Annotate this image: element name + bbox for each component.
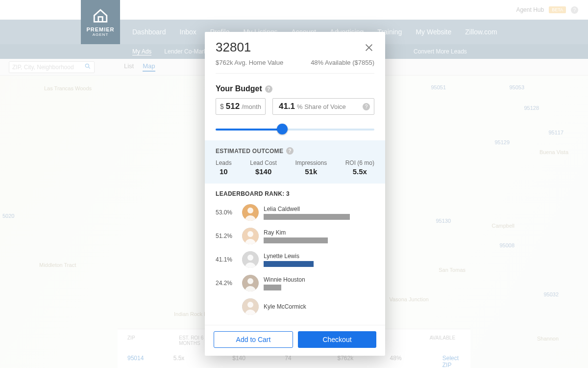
leaderboard-name: Lelia Caldwell xyxy=(264,206,374,212)
zip-label: 95130 xyxy=(436,218,451,224)
svg-point-4 xyxy=(247,231,253,237)
place-label: Buena Vista xyxy=(539,149,568,155)
est-imp-value: 51k xyxy=(295,167,327,176)
place-label: Indian Rock R xyxy=(174,311,208,317)
td-select[interactable]: Select ZIP xyxy=(442,355,461,368)
place-label: San Tomas xyxy=(439,267,466,273)
svg-point-8 xyxy=(247,278,253,284)
svg-point-0 xyxy=(85,64,89,67)
leaderboard-name: Lynette Lewis xyxy=(264,253,374,260)
checkout-button[interactable]: Checkout xyxy=(298,331,376,348)
zip-label: 95053 xyxy=(509,84,524,90)
leaderboard-bar xyxy=(264,261,314,267)
sov-help-icon[interactable]: ? xyxy=(363,103,370,110)
avatar xyxy=(242,298,259,315)
td-avail2: 48% xyxy=(390,355,413,368)
est-cost-label: Lead Cost xyxy=(250,159,277,166)
nav-zillow[interactable]: Zillow.com xyxy=(465,28,497,36)
leaderboard-title: LEADERBOARD RANK: 3 xyxy=(216,190,374,197)
avatar xyxy=(242,275,259,291)
beta-badge: BETA xyxy=(549,6,566,13)
leaderboard-bar xyxy=(264,237,328,243)
place-label: Vasona Junction xyxy=(389,296,429,302)
search-input[interactable]: ZIP, City, Neighborhood xyxy=(9,61,95,73)
est-title: ESTIMATED OUTCOME xyxy=(216,148,283,155)
budget-help-icon[interactable]: ? xyxy=(265,85,272,93)
add-to-cart-button[interactable]: Add to Cart xyxy=(214,331,293,348)
leaderboard-name: Kyle McCormick xyxy=(264,303,374,310)
est-roi-label: ROI (6 mo) xyxy=(345,159,374,166)
est-help-icon[interactable]: ? xyxy=(286,147,294,155)
place-label: Campbell xyxy=(492,223,514,229)
td-value: $762k xyxy=(337,355,360,368)
your-budget-label: Your Budget xyxy=(216,84,262,93)
leaderboard-bar xyxy=(264,214,350,220)
currency-symbol: $ xyxy=(220,103,224,110)
sov-suffix: % Share of Voice xyxy=(297,103,346,110)
place-label: Middleton Tract xyxy=(39,262,76,268)
leaderboard-row: 53.0%Lelia Caldwell xyxy=(216,204,374,221)
leaderboard-name: Ray Kim xyxy=(264,229,374,236)
leaderboard-row: 41.1%Lynette Lewis xyxy=(216,251,374,268)
leaderboard-bar xyxy=(264,285,281,290)
zip-detail-modal: 32801 $762k Avg. Home Value 48% Availabl… xyxy=(205,32,385,356)
zip-label: 95008 xyxy=(499,242,514,248)
zip-label: 95128 xyxy=(524,105,539,111)
leaderboard-pct: 51.2% xyxy=(216,233,237,239)
svg-point-2 xyxy=(247,208,253,213)
avatar xyxy=(242,251,259,268)
svg-point-10 xyxy=(247,302,253,308)
sov-value: 41.1 xyxy=(279,102,295,111)
avatar xyxy=(242,204,259,221)
estimated-outcome: ESTIMATED OUTCOME ? Leads10 Lead Cost$14… xyxy=(205,140,385,184)
budget-input[interactable]: $ 512 /month xyxy=(216,98,266,115)
brand-logo[interactable]: PREMIER AGENT xyxy=(81,0,120,44)
brand-name-2: AGENT xyxy=(93,32,109,37)
leaderboard-row: 51.2%Ray Kim xyxy=(216,228,374,244)
modal-zip-title: 32801 xyxy=(216,40,251,55)
leaderboard-row: 24.2%Winnie Houston xyxy=(216,275,374,291)
zip-label: 95051 xyxy=(431,84,446,90)
leaderboard-name: Winnie Houston xyxy=(264,276,374,283)
close-icon[interactable] xyxy=(364,42,374,53)
zip-label: 95129 xyxy=(494,139,510,145)
subnav-my-ads[interactable]: My Ads xyxy=(132,48,151,55)
nav-dashboard[interactable]: Dashboard xyxy=(132,28,166,36)
tab-map[interactable]: Map xyxy=(143,62,155,72)
budget-suffix: /month xyxy=(242,103,261,110)
est-leads-label: Leads xyxy=(216,159,232,166)
leaderboard-row: Kyle McCormick xyxy=(216,298,374,315)
zip-label: 95117 xyxy=(548,130,564,135)
td-roi: 5.5x xyxy=(173,355,203,368)
est-leads-value: 10 xyxy=(216,167,232,176)
search-icon[interactable] xyxy=(84,63,91,71)
zip-label: 95032 xyxy=(543,291,559,297)
tab-list[interactable]: List xyxy=(124,62,134,72)
td-zip[interactable]: 95014 xyxy=(127,355,144,368)
svg-point-6 xyxy=(247,255,253,261)
avg-home-value: $762k Avg. Home Value xyxy=(216,59,283,66)
th-zip: ZIP xyxy=(127,335,149,346)
budget-value: 512 xyxy=(226,102,240,111)
agent-hub-link[interactable]: Agent Hub xyxy=(516,6,544,13)
leaderboard-pct: 24.2% xyxy=(216,280,237,287)
leaderboard: LEADERBOARD RANK: 3 53.0%Lelia Caldwell5… xyxy=(205,184,385,325)
td-avail1: 74 xyxy=(285,355,308,368)
brand-name-1: PREMIER xyxy=(86,26,114,32)
subnav-convert[interactable]: Convert More Leads xyxy=(414,48,467,55)
help-icon[interactable]: ? xyxy=(571,6,578,14)
est-imp-label: Impressions xyxy=(295,159,327,166)
nav-inbox[interactable]: Inbox xyxy=(180,28,196,36)
slider-thumb[interactable] xyxy=(277,124,288,134)
slider-fill xyxy=(216,129,282,131)
leaderboard-pct: 41.1% xyxy=(216,256,237,263)
th-avail2: AVAILABLE xyxy=(430,335,461,346)
td-perlead: $140 xyxy=(232,355,255,368)
est-roi-value: 5.5x xyxy=(345,167,374,176)
place-label: Shannon xyxy=(537,336,559,342)
sov-input[interactable]: 41.1 % Share of Voice ? xyxy=(272,98,374,115)
availability: 48% Available ($7855) xyxy=(311,59,374,66)
nav-my-website[interactable]: My Website xyxy=(416,28,451,36)
budget-slider[interactable] xyxy=(216,126,374,133)
place-label: Las Trancas Woods xyxy=(44,85,92,91)
